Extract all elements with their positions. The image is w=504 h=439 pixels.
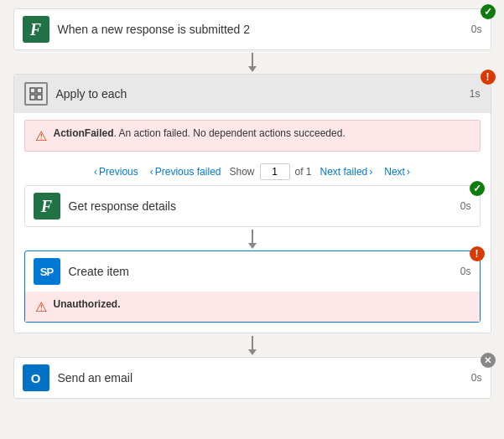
next-button[interactable]: Next › (381, 164, 413, 179)
trigger-icon: F (23, 16, 49, 43)
connector-inner (24, 227, 481, 250)
connector-1 (248, 50, 257, 74)
svg-rect-3 (37, 95, 42, 100)
apply-each-title: Apply to each (56, 87, 461, 101)
get-response-title: Get response details (69, 199, 452, 213)
get-response-time: 0s (460, 200, 471, 212)
create-item-time: 0s (460, 266, 471, 277)
trigger-status-badge: ✓ (481, 4, 496, 19)
apply-each-icon (24, 82, 48, 106)
trigger-step[interactable]: F When a new response is submitted 2 0s … (13, 8, 491, 50)
svg-rect-2 (30, 95, 35, 100)
connector-2 (248, 333, 257, 357)
error-text: ActionFailed. An action failed. No depen… (54, 127, 346, 139)
previous-failed-button[interactable]: ‹ Previous failed (147, 164, 225, 179)
create-item-status: ! (470, 246, 485, 261)
flow-canvas: F When a new response is submitted 2 0s … (8, 8, 496, 399)
apply-each-time: 1s (470, 88, 481, 100)
get-response-icon: F (34, 193, 60, 220)
error-warning-icon: ⚠ (35, 128, 47, 144)
send-email-step[interactable]: O Send an email 0s ✕ (13, 357, 491, 399)
show-label: Show (229, 166, 254, 178)
create-item-step[interactable]: SP Create item 0s ! ⚠ Unauthorized. (24, 250, 481, 323)
send-email-time: 0s (471, 372, 482, 384)
apply-each-status-badge: ! (481, 70, 496, 85)
apply-each-error-banner: ⚠ ActionFailed. An action failed. No dep… (24, 120, 481, 152)
svg-rect-0 (30, 88, 35, 93)
trigger-title: When a new response is submitted 2 (58, 23, 463, 36)
svg-rect-1 (37, 88, 42, 93)
next-failed-button[interactable]: Next failed › (317, 164, 377, 179)
create-item-title: Create item (69, 265, 452, 278)
trigger-time: 0s (471, 23, 482, 35)
previous-button[interactable]: ‹ Previous (91, 164, 142, 179)
pagination-bar: ‹ Previous ‹ Previous failed Show of 1 N… (24, 158, 481, 185)
send-email-status: ✕ (481, 353, 496, 368)
get-response-step[interactable]: F Get response details 0s ✓ (24, 185, 481, 227)
create-item-error-text: Unauthorized. (54, 298, 121, 310)
create-item-icon: SP (34, 258, 60, 285)
get-response-status: ✓ (470, 181, 485, 196)
send-email-icon: O (23, 364, 49, 391)
create-item-warning-icon: ⚠ (35, 299, 47, 315)
create-item-error-body: ⚠ Unauthorized. (25, 292, 480, 322)
page-input[interactable] (260, 163, 290, 180)
apply-each-card[interactable]: Apply to each 1s ! ⚠ ActionFailed. An ac… (13, 74, 491, 333)
of-label: of 1 (295, 166, 312, 178)
send-email-title: Send an email (58, 371, 463, 385)
